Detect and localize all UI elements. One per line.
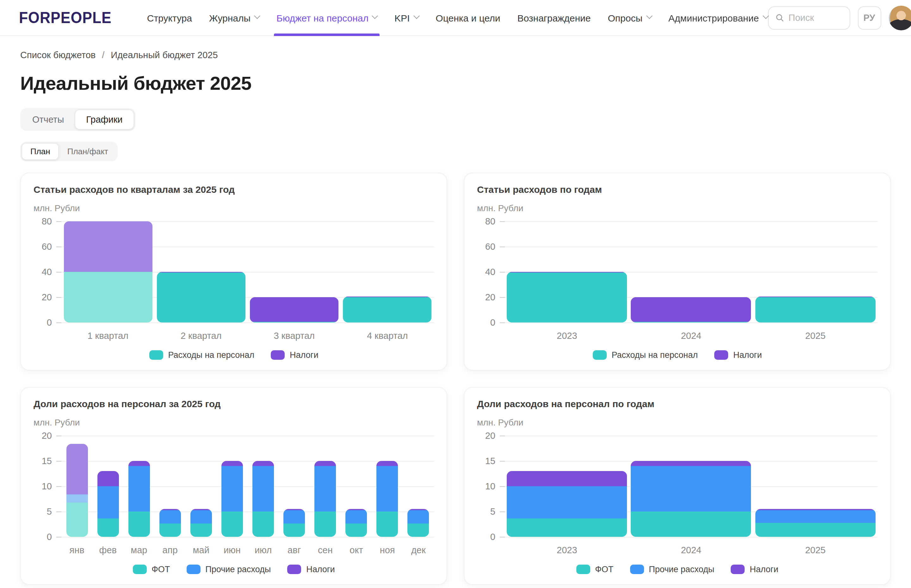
logo[interactable]: FORPEOPLE [19, 8, 112, 27]
nav-item-kpi[interactable]: KPI [395, 0, 419, 36]
bar-column-июн[interactable] [222, 461, 243, 537]
bar-segment-прочие-расходы [377, 466, 398, 512]
legend-item-прочие-расходы[interactable]: Прочие расходы [186, 565, 271, 574]
legend-item-налоги[interactable]: Налоги [271, 350, 319, 360]
chevron-down-icon [646, 13, 652, 19]
bar-segment-фот [252, 512, 274, 537]
y-tick-label: 0 [490, 531, 495, 543]
nav-item-опросы[interactable]: Опросы [608, 0, 651, 36]
nav-item-label: Структура [147, 12, 192, 23]
bar-column-май[interactable] [191, 509, 212, 537]
breadcrumb-item[interactable]: Список бюджетов [20, 50, 95, 60]
bar-slot-2023 [505, 436, 629, 537]
header-right: РУ [768, 5, 911, 30]
bar-slot-2024 [629, 436, 754, 537]
bar-column-окт[interactable] [345, 509, 367, 537]
bar-column-фев[interactable] [97, 471, 119, 537]
toggle-план-факт[interactable]: План/факт [59, 143, 117, 160]
nav-item-журналы[interactable]: Журналы [209, 0, 259, 36]
legend-item-расходы-на-персонал[interactable]: Расходы на персонал [592, 350, 698, 360]
bar-column-мар[interactable] [128, 461, 150, 537]
nav-item-label: Журналы [209, 12, 251, 23]
y-tick-label: 20 [42, 291, 52, 303]
bar-segment-расходы-на-персонал [343, 297, 432, 323]
legend-label: Налоги [733, 350, 762, 360]
y-tick-label: 60 [485, 241, 495, 252]
bar-column-ноя[interactable] [377, 461, 398, 537]
chart-title: Статьи расходов по кварталам за 2025 год [34, 184, 434, 195]
language-badge[interactable]: РУ [858, 6, 881, 29]
page-title: Идеальный бюджет 2025 [20, 73, 891, 94]
bars-layer [61, 436, 434, 537]
bar-column-апр[interactable] [159, 509, 181, 537]
nav-item-оценка-и-цели[interactable]: Оценка и цели [435, 0, 500, 36]
bar-column-2-квартал[interactable] [157, 272, 246, 323]
nav-item-бюджет-на-персонал[interactable]: Бюджет на персонал [277, 0, 377, 36]
bar-column-янв[interactable] [66, 444, 87, 537]
legend-item-прочие-расходы[interactable]: Прочие расходы [630, 565, 714, 574]
bar-column-4-квартал[interactable] [343, 296, 432, 323]
bar-column-авг[interactable] [283, 509, 305, 537]
bar-segment-прочие-расходы [507, 486, 627, 519]
legend-item-фот[interactable]: ФОТ [133, 565, 170, 574]
bar-segment-прочие-расходы [128, 466, 150, 512]
gridline-0 [61, 323, 434, 323]
toggle-план[interactable]: План [21, 143, 59, 160]
x-label-2023: 2023 [505, 331, 629, 341]
y-tick-label: 80 [485, 216, 495, 227]
avatar[interactable] [888, 5, 911, 30]
bar-segment-фот [345, 523, 367, 537]
bar-segment-прочие-расходы [631, 466, 751, 512]
nav-item-вознаграждение[interactable]: Вознаграждение [518, 0, 591, 36]
tab-отчеты[interactable]: Отчеты [21, 109, 74, 129]
x-label-3-квартал: 3 квартал [248, 331, 341, 341]
nav-item-администрирование[interactable]: Администрирование [668, 0, 768, 36]
chart-card-shares-months: Доли расходов на персонал за 2025 год мл… [20, 387, 447, 585]
y-tick-label: 5 [47, 506, 52, 517]
bar-column-2025[interactable] [756, 296, 875, 323]
legend-item-налоги[interactable]: Налоги [287, 565, 335, 574]
tab-графики[interactable]: Графики [74, 109, 134, 129]
bar-segment-налоги [97, 471, 119, 486]
bar-segment-прочие-расходы [66, 494, 87, 502]
bar-segment-расходы-на-персонал [756, 297, 875, 323]
bar-column-сен[interactable] [314, 461, 336, 537]
legend-item-налоги[interactable]: Налоги [714, 350, 762, 360]
bar-slot-май [186, 436, 217, 537]
bar-column-2023[interactable] [507, 471, 627, 537]
y-tick-mark [500, 247, 505, 247]
legend-item-расходы-на-персонал[interactable]: Расходы на персонал [149, 350, 254, 360]
bar-slot-3-квартал [248, 221, 341, 323]
search-input[interactable] [789, 13, 842, 23]
main-content: Список бюджетов/Идеальный бюджет 2025 Ид… [0, 50, 911, 585]
legend-swatch-icon [714, 350, 728, 360]
bar-slot-апр [154, 436, 185, 537]
bar-column-3-квартал[interactable] [250, 297, 338, 323]
nav-item-label: Вознаграждение [518, 12, 591, 23]
bar-segment-фот [377, 512, 398, 537]
breadcrumb-item[interactable]: Идеальный бюджет 2025 [111, 50, 218, 60]
bar-column-2024[interactable] [631, 297, 751, 323]
bar-slot-2-квартал [155, 221, 248, 323]
legend-swatch-icon [592, 350, 607, 360]
x-label-2024: 2024 [629, 331, 754, 341]
legend-item-фот[interactable]: ФОТ [576, 565, 613, 574]
y-axis: 05101520 [477, 436, 505, 537]
y-tick-label: 10 [42, 480, 52, 492]
nav-item-структура[interactable]: Структура [147, 0, 192, 36]
x-label-янв: янв [61, 545, 92, 555]
x-axis-labels: 202320242025 [505, 545, 877, 555]
legend-item-налоги[interactable]: Налоги [731, 565, 778, 574]
bar-column-июл[interactable] [252, 461, 274, 537]
bar-column-1-квартал[interactable] [63, 221, 152, 323]
gridline-0 [505, 323, 877, 323]
bar-column-2025[interactable] [756, 509, 875, 537]
bar-column-дек[interactable] [408, 509, 429, 537]
y-tick-mark [500, 323, 505, 323]
bar-slot-сен [310, 436, 341, 537]
bar-slot-2025 [753, 221, 877, 323]
search-box[interactable] [768, 6, 850, 29]
bar-column-2023[interactable] [507, 272, 627, 323]
bar-column-2024[interactable] [631, 461, 751, 537]
y-tick-label: 10 [485, 480, 495, 492]
